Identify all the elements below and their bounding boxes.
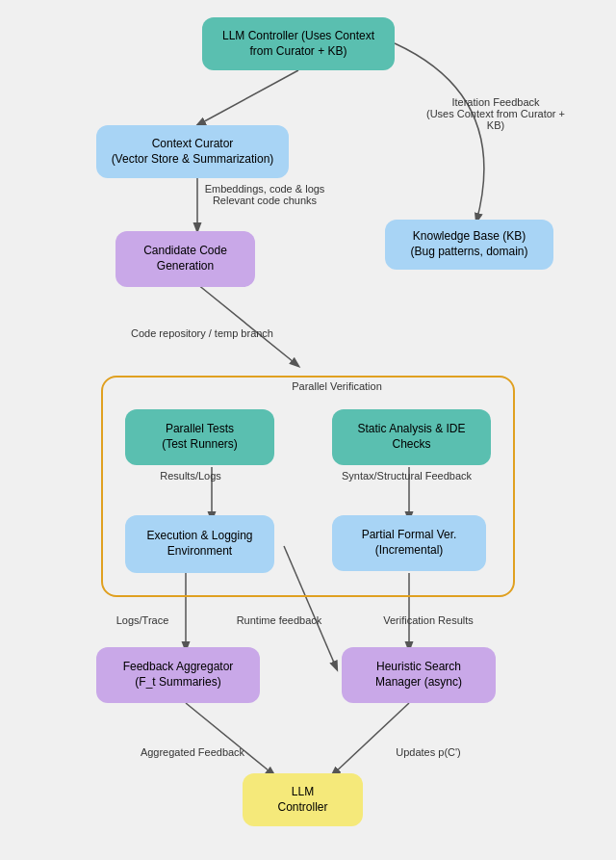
svg-line-9	[332, 703, 409, 775]
results-logs-label: Results/Logs	[142, 470, 239, 482]
aggregated-feedback-label: Aggregated Feedback	[125, 746, 260, 758]
syntax-feedback-label: Syntax/Structural Feedback	[332, 470, 481, 482]
execution-logging: Execution & LoggingEnvironment	[125, 515, 274, 573]
iteration-feedback-label: Iteration Feedback(Uses Context from Cur…	[419, 96, 573, 131]
partial-formal: Partial Formal Ver.(Incremental)	[332, 515, 486, 571]
parallel-tests: Parallel Tests(Test Runners)	[125, 409, 274, 465]
knowledge-base: Knowledge Base (KB)(Bug patterns, domain…	[385, 220, 553, 270]
parallel-verification-label: Parallel Verification	[260, 380, 414, 392]
static-analysis: Static Analysis & IDEChecks	[332, 409, 491, 465]
runtime-feedback-label: Runtime feedback	[226, 614, 332, 626]
svg-line-8	[186, 703, 274, 775]
llm-controller-top: LLM Controller (Uses Context from Curato…	[202, 17, 395, 70]
diagram-container: LLM Controller (Uses Context from Curato…	[0, 0, 616, 860]
heuristic-search: Heuristic SearchManager (async)	[342, 647, 496, 703]
svg-line-0	[197, 70, 298, 125]
svg-line-2	[197, 284, 298, 366]
logs-trace-label: Logs/Trace	[104, 614, 181, 626]
verification-results-label: Verification Results	[366, 614, 491, 626]
code-repo-label: Code repository / temp branch	[106, 327, 298, 339]
candidate-code: Candidate CodeGeneration	[116, 231, 255, 287]
updates-label: Updates p(C')	[375, 746, 481, 758]
context-curator: Context Curator(Vector Store & Summariza…	[96, 125, 289, 178]
feedback-aggregator: Feedback Aggregator(F_t Summaries)	[96, 647, 260, 703]
llm-controller-bottom: LLMController	[243, 773, 363, 826]
embeddings-label: Embeddings, code & logsRelevant code chu…	[192, 183, 337, 206]
